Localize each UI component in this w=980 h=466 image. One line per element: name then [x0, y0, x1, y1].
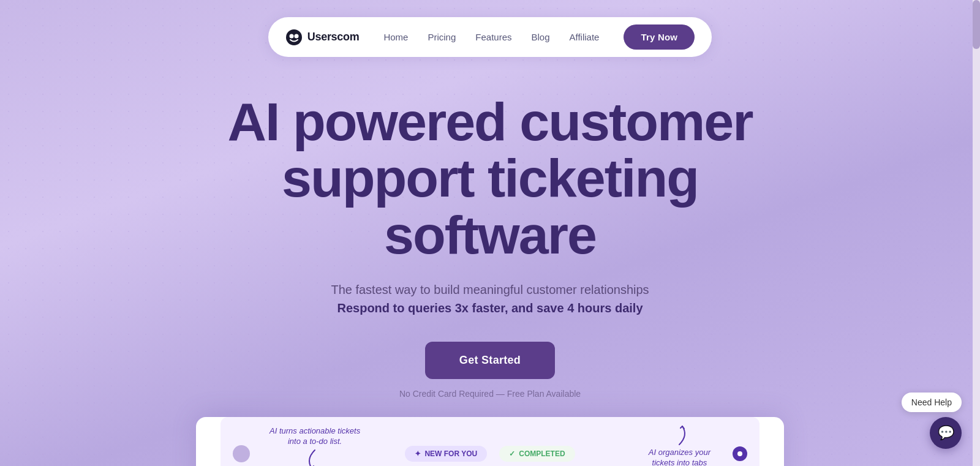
need-help-button[interactable]: 💬: [930, 417, 962, 449]
hero-subtitle-bold: Respond to queries 3x faster, and save 4…: [337, 301, 643, 315]
nav-pricing[interactable]: Pricing: [428, 32, 456, 42]
hero-title-line2: support ticketing software: [282, 148, 698, 265]
logo-link[interactable]: Userscom: [285, 29, 360, 46]
logo-text: Userscom: [307, 31, 360, 43]
app-preview-section: AI turns actionable tickets into a to-do…: [0, 417, 980, 466]
navbar-inner: Userscom Home Pricing Features Blog Affi…: [268, 17, 712, 57]
logo-icon: [285, 29, 303, 46]
navbar: Userscom Home Pricing Features Blog Affi…: [0, 0, 980, 57]
chat-icon: 💬: [938, 425, 954, 441]
tab-completed-label: COMPLETED: [519, 449, 565, 458]
check-icon: ✓: [509, 449, 515, 458]
tab-completed[interactable]: ✓ COMPLETED: [499, 446, 575, 462]
try-now-button[interactable]: Try Now: [624, 24, 695, 50]
svg-point-1: [289, 34, 293, 38]
app-preview-box: AI turns actionable tickets into a to-do…: [196, 417, 784, 466]
badge-dot: [737, 451, 742, 456]
get-started-button[interactable]: Get Started: [425, 342, 555, 379]
need-help-widget: Need Help 💬: [902, 393, 962, 449]
svg-point-2: [294, 34, 298, 38]
nav-blog[interactable]: Blog: [532, 32, 550, 42]
hero-subtitle: The fastest way to build meaningful cust…: [331, 280, 649, 317]
hero-section: AI powered customer support ticketing so…: [0, 57, 980, 399]
no-credit-card-text: No Credit Card Required — Free Plan Avai…: [399, 389, 581, 399]
tab-new-for-you[interactable]: ✦ NEW FOR YOU: [405, 446, 487, 462]
app-preview-inner: AI turns actionable tickets into a to-do…: [221, 417, 760, 466]
tab-new-label: NEW FOR YOU: [424, 449, 477, 458]
star-icon: ✦: [415, 449, 421, 458]
nav-home[interactable]: Home: [383, 32, 408, 42]
hero-title: AI powered customer support ticketing so…: [184, 94, 796, 263]
annotation-todo: AI turns actionable tickets into a to-do…: [270, 426, 360, 466]
scrollbar[interactable]: [973, 0, 980, 466]
svg-point-0: [286, 29, 302, 45]
preview-badge: [733, 446, 747, 461]
scrollbar-thumb[interactable]: [973, 0, 980, 49]
hero-title-line1: AI powered customer: [228, 91, 753, 152]
nav-links: Home Pricing Features Blog Affiliate: [383, 32, 599, 42]
need-help-label: Need Help: [902, 393, 962, 412]
preview-avatar: [233, 445, 250, 462]
nav-features[interactable]: Features: [475, 32, 511, 42]
hero-subtitle-text: The fastest way to build meaningful cust…: [331, 283, 649, 296]
annotation-tabs: AI organizes your tickets into tabs: [649, 423, 710, 466]
nav-affiliate[interactable]: Affiliate: [570, 32, 600, 42]
